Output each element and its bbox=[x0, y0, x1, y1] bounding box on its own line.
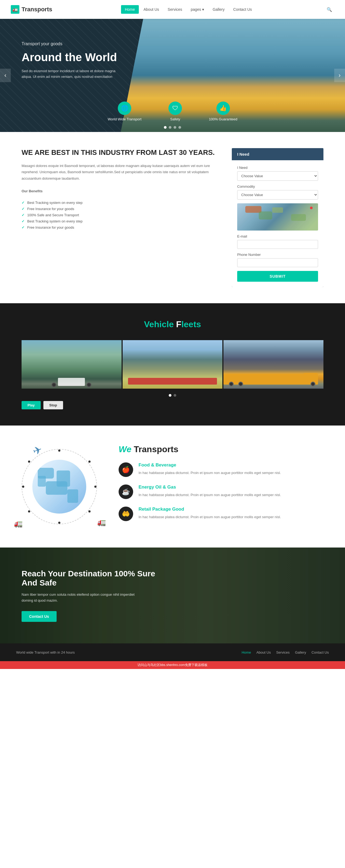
globe-node-tr bbox=[88, 461, 91, 463]
benefit-label-1: Best Tracking system on every step bbox=[27, 200, 83, 205]
truck-left-icon: 🚛 bbox=[14, 520, 23, 528]
footer-nav-services[interactable]: Services bbox=[276, 650, 290, 655]
globe-node-left bbox=[22, 486, 24, 488]
hero-dot-3[interactable] bbox=[174, 126, 176, 129]
footer-nav: Home About Us Services Gallery Contact U… bbox=[241, 650, 329, 655]
worldwide-icon: 🌐 bbox=[118, 101, 131, 115]
fleet-stop-button[interactable]: Stop bbox=[44, 401, 63, 409]
footer-nav-about[interactable]: About Us bbox=[256, 650, 270, 655]
submit-button[interactable]: SUBMIT bbox=[237, 271, 318, 282]
nav-item-home[interactable]: Home bbox=[121, 5, 139, 14]
hero-text-block: Transport your goods Around the World Se… bbox=[22, 40, 124, 80]
fleet-title: Vehicle Fleets bbox=[22, 319, 323, 329]
cta-description: Nam liber tempor cum soluta nobis eleife… bbox=[22, 592, 135, 603]
phone-input[interactable] bbox=[237, 258, 318, 267]
nav-item-contact[interactable]: Contact Us bbox=[229, 5, 256, 14]
distance-input[interactable] bbox=[237, 209, 318, 230]
footer-link-about[interactable]: About Us bbox=[256, 650, 270, 654]
footer-nav-home[interactable]: Home bbox=[241, 650, 251, 655]
nav-link-gallery[interactable]: Gallery bbox=[209, 5, 228, 14]
nav-link-home[interactable]: Home bbox=[121, 5, 139, 14]
transport-globe: ✈ 🚛 🚛 bbox=[22, 449, 103, 524]
benefits-list: ✓ Best Tracking system on every step ✓ F… bbox=[22, 200, 221, 229]
benefits-title: Our Benefits bbox=[22, 188, 221, 194]
fleet-section: Vehicle Fleets Play Stop bbox=[0, 303, 345, 426]
hero-next-button[interactable]: › bbox=[334, 69, 345, 82]
hero-dot-4[interactable] bbox=[178, 126, 181, 129]
fleet-image-1 bbox=[22, 340, 121, 389]
transport-title-rest: Transports bbox=[131, 444, 178, 454]
energy-icon: ☕ bbox=[119, 485, 133, 499]
safety-label: Safety bbox=[170, 117, 180, 121]
hero-dot-2[interactable] bbox=[169, 126, 171, 129]
globe-node-bottom bbox=[58, 522, 60, 524]
transport-section: ✈ 🚛 🚛 We Transports 🍎 Food & Beverage In… bbox=[0, 426, 345, 548]
transport-item-energy: ☕ Energy Oil & Gas In hac habitasse plat… bbox=[119, 485, 323, 499]
fleet-dot-1[interactable] bbox=[169, 394, 171, 397]
hero-feature-worldwide: 🌐 World Wide Transport bbox=[108, 101, 142, 121]
distance-label: Distance (km) bbox=[237, 203, 318, 207]
fleet-dot-2[interactable] bbox=[174, 394, 176, 397]
airplane-icon: ✈ bbox=[31, 443, 44, 458]
logo-text: Transports bbox=[22, 6, 52, 13]
nav-item-services[interactable]: Services bbox=[164, 5, 186, 14]
benefit-label-4: Best Tracking system on every step bbox=[27, 219, 83, 223]
nav-link-services[interactable]: Services bbox=[164, 5, 186, 14]
hero-title: Around the World bbox=[22, 51, 124, 64]
footer-link-contact[interactable]: Contact Us bbox=[312, 650, 329, 654]
footer-link-services[interactable]: Services bbox=[276, 650, 290, 654]
benefit-item-4: ✓ Best Tracking system on every step bbox=[22, 219, 221, 223]
nav-item-gallery[interactable]: Gallery bbox=[209, 5, 228, 14]
footer-nav-contact[interactable]: Contact Us bbox=[312, 650, 329, 655]
retail-description: In hac habitasse platea dictumst. Proin … bbox=[139, 514, 281, 520]
footer: World wide Transport with in 24 hours Ho… bbox=[0, 643, 345, 661]
about-section: WE ARE BEST IN THIS INDUSTRY FROM LAST 3… bbox=[0, 132, 345, 303]
logo[interactable]: 🚛 Transports bbox=[11, 5, 52, 14]
truck-right-icon: 🚛 bbox=[97, 518, 106, 527]
fleet-title-rest: ehicle bbox=[149, 319, 176, 329]
hero-prev-button[interactable]: ‹ bbox=[0, 69, 11, 82]
watermark-text: 访问山与鸟社区bbs.shenhro.com免费下载该模板 bbox=[138, 663, 207, 667]
transport-item-food: 🍎 Food & Beverage In hac habitasse plate… bbox=[119, 462, 323, 477]
energy-content: Energy Oil & Gas In hac habitasse platea… bbox=[139, 485, 281, 498]
guaranteed-icon: 👍 bbox=[217, 101, 230, 115]
transport-right: We Transports 🍎 Food & Beverage In hac h… bbox=[119, 444, 323, 529]
nav-item-about[interactable]: About Us bbox=[140, 5, 163, 14]
food-content: Food & Beverage In hac habitasse platea … bbox=[139, 462, 281, 476]
about-description: Masagni dolores eoquie int Basmodi tempo… bbox=[22, 163, 221, 182]
form-header: I Need bbox=[232, 148, 323, 160]
hero-subtitle: Transport your goods bbox=[22, 40, 124, 48]
globe-node-bl bbox=[28, 510, 30, 513]
footer-link-gallery[interactable]: Gallery bbox=[295, 650, 306, 654]
hero-dot-1[interactable] bbox=[164, 126, 167, 129]
fleet-title-fleets: F bbox=[176, 319, 181, 329]
email-input[interactable] bbox=[237, 240, 318, 249]
footer-link-home[interactable]: Home bbox=[241, 650, 251, 654]
footer-nav-gallery[interactable]: Gallery bbox=[295, 650, 306, 655]
nav-item-pages[interactable]: pages ▾ bbox=[187, 5, 208, 14]
fleet-image-3 bbox=[224, 340, 323, 389]
commodity-select[interactable]: Choose Value bbox=[237, 190, 318, 199]
i-need-select[interactable]: Choose Value bbox=[237, 171, 318, 181]
nav-link-about[interactable]: About Us bbox=[140, 5, 163, 14]
food-icon: 🍎 bbox=[119, 462, 133, 477]
email-label: E-mail bbox=[237, 234, 318, 238]
benefit-item-3: ✓ 100% Safe and Secure Transport bbox=[22, 213, 221, 217]
transport-title-italic: We bbox=[119, 444, 131, 454]
cta-contact-button[interactable]: Contact Us bbox=[22, 611, 57, 622]
search-button[interactable]: 🔍 bbox=[324, 5, 334, 14]
globe-node-tl bbox=[28, 461, 30, 463]
fleet-title-v: V bbox=[144, 319, 149, 329]
fleet-play-button[interactable]: Play bbox=[22, 401, 41, 409]
main-nav: Home About Us Services pages ▾ Gallery C… bbox=[121, 5, 256, 14]
i-need-label: I Need bbox=[237, 166, 318, 170]
nav-link-pages[interactable]: pages ▾ bbox=[187, 5, 208, 14]
benefit-label-2: Free Insurance for your goods bbox=[27, 207, 74, 211]
i-need-group: I Need Choose Value bbox=[237, 166, 318, 181]
quote-form: I Need I Need Choose Value Commodity Cho… bbox=[232, 148, 323, 287]
email-group: E-mail bbox=[237, 234, 318, 249]
globe-node-right bbox=[94, 486, 96, 488]
safety-icon: 🛡 bbox=[169, 101, 182, 115]
nav-link-contact[interactable]: Contact Us bbox=[229, 5, 256, 14]
globe-node-br bbox=[88, 510, 91, 513]
